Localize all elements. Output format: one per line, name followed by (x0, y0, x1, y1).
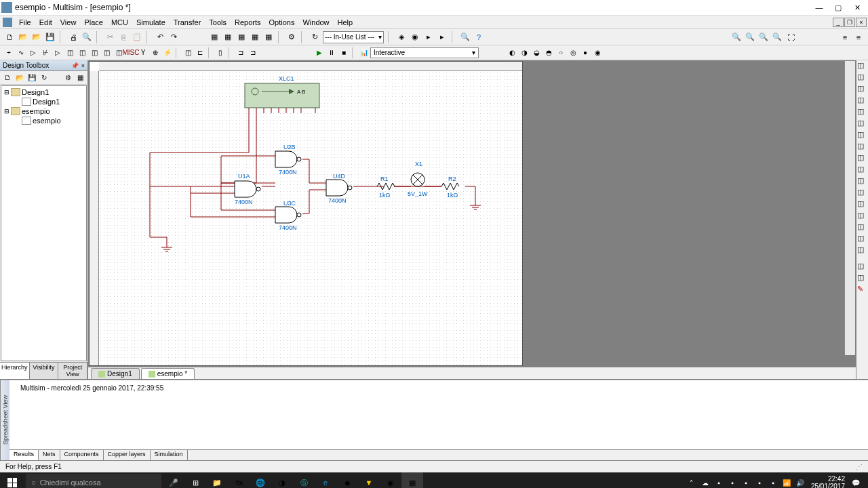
comp-analog[interactable]: ▷ (52, 47, 63, 58)
inst-logic-analyzer[interactable]: ◫ (857, 153, 868, 164)
zoom-out-button[interactable]: 🔍 (744, 31, 756, 43)
help-button[interactable]: ? (473, 31, 485, 43)
r2-body[interactable] (441, 183, 459, 190)
comp-pwr[interactable]: ⚡ (162, 47, 173, 58)
design-tree[interactable]: ⊟Design1 Design1 ⊟esempio esempio (1, 85, 87, 361)
inst-iv[interactable]: ◫ (857, 176, 868, 187)
mdi-restore[interactable]: ❐ (844, 18, 855, 27)
close-button[interactable]: ✕ (848, 1, 867, 14)
run-button[interactable]: ▶ (314, 47, 325, 58)
tab-project-view[interactable]: Project View (58, 363, 87, 379)
mdi-minimize[interactable]: _ (833, 18, 844, 27)
junction-button[interactable]: ⊐ (248, 47, 258, 58)
zoom-fit-button[interactable]: 🔍 (771, 31, 783, 43)
tree-root-design1[interactable]: ⊟Design1 (3, 87, 85, 97)
inst-bode[interactable]: ◫ (857, 119, 868, 129)
tray-volume-icon[interactable]: 🔊 (794, 476, 806, 488)
schematic-pane[interactable]: XLC1 A B (89, 61, 523, 366)
menu-file[interactable]: File (15, 17, 35, 28)
tray-i2[interactable]: ▪ (726, 476, 738, 488)
inst-spectrum[interactable]: ◫ (857, 199, 868, 210)
menu-place[interactable]: Place (80, 17, 107, 28)
inst-tek[interactable]: ◫ (857, 245, 868, 256)
refresh-button[interactable]: ↻ (309, 31, 321, 43)
grid5-button[interactable]: ▦ (262, 31, 275, 43)
sim-t5[interactable]: ○ (555, 47, 566, 58)
resize-grip[interactable]: ⋰ (835, 463, 863, 470)
sstab-components[interactable]: Components (60, 450, 104, 460)
pause-button[interactable]: ⏸ (326, 47, 337, 58)
inst-wordgen[interactable]: ◫ (857, 142, 868, 152)
tree-root-esempio[interactable]: ⊟esempio (3, 106, 85, 116)
tray-i1[interactable]: ▪ (713, 476, 725, 488)
comp-mixed[interactable]: ◫ (101, 47, 112, 58)
inst-funcgen[interactable]: ◫ (857, 73, 868, 83)
comp-misc[interactable]: ◫ (89, 47, 100, 58)
tb-edge[interactable]: e (315, 472, 336, 488)
stop-button[interactable]: ■ (338, 47, 349, 58)
start-button[interactable] (0, 472, 24, 488)
zoom-area-button[interactable]: 🔍 (757, 31, 770, 43)
tb-new[interactable]: 🗋 (2, 73, 13, 83)
component-button[interactable]: ⚙ (285, 31, 298, 43)
u4d-gate[interactable] (326, 180, 348, 196)
tool-b[interactable]: ◉ (409, 31, 421, 43)
sstab-simulation[interactable]: Simulation (151, 450, 188, 460)
sim-mode-dropdown[interactable]: Interactive▾ (370, 47, 479, 58)
sim-t6[interactable]: ◎ (568, 47, 578, 58)
tb-app3[interactable]: ◉ (380, 472, 401, 488)
sstab-nets[interactable]: Nets (39, 450, 60, 460)
tab-visibility[interactable]: Visibility (30, 363, 59, 379)
tray-notifications-icon[interactable]: 💬 (850, 476, 862, 488)
comp-em[interactable]: ⊕ (150, 47, 161, 58)
comp-ttl[interactable]: ◫ (64, 47, 75, 58)
cut-button[interactable]: ✂ (104, 31, 116, 43)
maximize-button[interactable]: ▢ (829, 1, 848, 14)
print-preview-button[interactable]: 🔍 (81, 31, 93, 43)
print-button[interactable]: 🖨 (67, 31, 79, 43)
inst-labview[interactable]: ◫ (857, 262, 868, 272)
schematic-canvas[interactable]: XLC1 A B (99, 71, 522, 365)
menu-help[interactable]: Help (334, 17, 357, 28)
inst-4ch[interactable]: ◫ (857, 107, 868, 118)
open-button[interactable]: 📂 (17, 31, 29, 43)
vscrollbar[interactable] (844, 61, 855, 355)
comp-cmos[interactable]: ◫ (77, 47, 87, 58)
tab-esempio[interactable]: esempio * (141, 368, 195, 379)
undo-button[interactable]: ↶ (154, 31, 166, 43)
canvas-scroll[interactable]: XLC1 A B (88, 60, 856, 367)
comp-diode[interactable]: ▷ (28, 47, 39, 58)
inst-network[interactable]: ◫ (857, 211, 868, 222)
tb-explorer[interactable]: 📁 (206, 472, 228, 488)
sstab-results[interactable]: Results (9, 450, 39, 460)
sim-t3[interactable]: ◒ (531, 47, 542, 58)
menu-tools[interactable]: Tools (205, 17, 231, 28)
minimize-button[interactable]: — (810, 1, 829, 14)
menu-options[interactable]: Options (265, 17, 299, 28)
redo-button[interactable]: ↷ (167, 31, 180, 43)
comp-ni[interactable]: ◫ (182, 47, 193, 58)
paste-button[interactable]: 📋 (131, 31, 143, 43)
comp-basic[interactable]: ∿ (16, 47, 26, 58)
inst-scope[interactable]: ◫ (857, 96, 868, 106)
sim-t4[interactable]: ◓ (543, 47, 554, 58)
menu-view[interactable]: View (56, 17, 81, 28)
u3c-gate[interactable] (275, 207, 297, 223)
comp-mcu[interactable]: ▯ (215, 47, 226, 58)
open2-button[interactable]: 📂 (31, 31, 43, 43)
tb-chrome[interactable]: 🌐 (250, 472, 271, 488)
tool-c[interactable]: ▸ (422, 31, 435, 43)
mdi-close[interactable]: × (856, 18, 867, 27)
tray-clock[interactable]: 22:42 25/01/2017 (807, 475, 849, 488)
tb-skype[interactable]: Ⓢ (293, 472, 315, 488)
tb-app1[interactable]: ◆ (336, 472, 358, 488)
inst-freq[interactable]: ◫ (857, 130, 868, 141)
inst-multimeter[interactable]: ◫ (857, 61, 868, 72)
tb-ref[interactable]: ↻ (39, 73, 50, 83)
spreadsheet-sidebar[interactable]: Spreadsheet View (0, 380, 9, 460)
menu-mcu[interactable]: MCU (107, 17, 132, 28)
list1-button[interactable]: ≡ (839, 31, 851, 43)
comp-conn[interactable]: ⊏ (195, 47, 205, 58)
toolbox-close-icon[interactable]: × (81, 62, 85, 69)
inst-agilent1[interactable]: ◫ (857, 222, 868, 233)
